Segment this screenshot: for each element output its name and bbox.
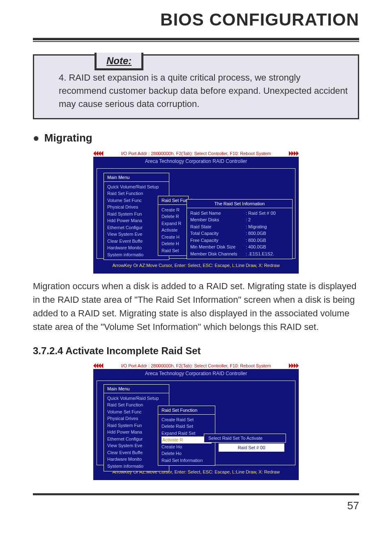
- bios-screenshot-2: I/O Port Addr : 28000000h, F2(Tab): Sele…: [93, 362, 299, 480]
- info-row: Raid State: Migrating: [190, 223, 289, 230]
- panel-header: Main Menu: [104, 385, 169, 393]
- note-box: 4. RAID set expansion is a quite critica…: [33, 54, 359, 119]
- svg-marker-3: [101, 151, 103, 156]
- section-heading-migrating: ● Migrating: [33, 132, 359, 144]
- svg-marker-9: [96, 363, 98, 368]
- panel-select-raid-set[interactable]: Select Raid Set To Activate: [204, 434, 286, 443]
- arrow-left-icon: [93, 362, 106, 369]
- svg-marker-15: [296, 363, 299, 368]
- arrow-left-icon: [93, 150, 106, 157]
- menu-item[interactable]: Physical Drives: [107, 204, 166, 211]
- menu-item[interactable]: Raid Set Function: [107, 402, 166, 408]
- section-heading-activate: 3.7.2.4 Activate Incomplete Raid Set: [33, 345, 359, 357]
- menu-item[interactable]: Delete Ho: [161, 450, 212, 457]
- svg-marker-5: [291, 151, 294, 156]
- panel-raid-set-info: The Raid Set Information Raid Set Name: …: [187, 199, 293, 260]
- page-number: 57: [0, 499, 359, 512]
- svg-marker-11: [101, 363, 103, 368]
- heading-activate: 3.7.2.4 Activate Incomplete Raid Set: [33, 345, 201, 357]
- panel-header: Raid Set Function: [158, 196, 188, 205]
- panel-label: Select Raid Set To Activate: [204, 434, 286, 442]
- menu-item[interactable]: Ethernet Configur: [107, 224, 166, 231]
- menu-item[interactable]: Activate: [161, 227, 185, 234]
- svg-marker-4: [289, 151, 291, 156]
- menu-item[interactable]: Create H: [161, 234, 185, 241]
- menu-item[interactable]: Delete Raid Set: [161, 423, 212, 430]
- menu-item[interactable]: Physical Drives: [107, 415, 166, 422]
- panel-raid-set-func[interactable]: Raid Set Function Create R Delete R Expa…: [158, 196, 189, 256]
- footer-rule: [33, 493, 359, 495]
- header-rule-thick: [33, 38, 359, 40]
- menu-item[interactable]: Raid Set: [161, 247, 185, 254]
- menu-item[interactable]: Clear Event Buffe: [107, 238, 166, 245]
- menu-item[interactable]: View System Eve: [107, 442, 166, 449]
- menu-item[interactable]: Hdd Power Mana: [107, 429, 166, 436]
- bios-screenshot-1: I/O Port Addr : 28000000h, F2(Tab): Sele…: [93, 150, 299, 274]
- note-label: Note:: [106, 55, 131, 66]
- svg-marker-12: [289, 363, 291, 368]
- svg-marker-10: [98, 363, 101, 368]
- menu-item[interactable]: Volume Set Func: [107, 197, 166, 204]
- menu-item[interactable]: Raid System Fun: [107, 211, 166, 218]
- menu-item[interactable]: Ethernet Configur: [107, 436, 166, 443]
- menu-item[interactable]: Delete H: [161, 240, 185, 247]
- menu-item[interactable]: Raid Set Information: [161, 457, 212, 464]
- arrow-right-icon: [286, 150, 299, 157]
- menu-item[interactable]: Hardware Monito: [107, 456, 166, 463]
- select-raid-item[interactable]: Raid Set # 00: [219, 443, 284, 452]
- select-raid-item-wrapper[interactable]: Raid Set # 00: [219, 443, 284, 452]
- bios-topbar: I/O Port Addr : 28000000h, F2(Tab): Sele…: [106, 362, 286, 369]
- svg-marker-13: [291, 363, 294, 368]
- svg-marker-8: [93, 363, 96, 368]
- menu-item[interactable]: Create R: [161, 207, 185, 214]
- svg-marker-14: [294, 363, 296, 368]
- heading-migrating: Migrating: [44, 132, 92, 144]
- menu-item[interactable]: Quick Volume/Raid Setup: [107, 183, 166, 190]
- menu-item[interactable]: Delete R: [161, 213, 185, 220]
- menu-item[interactable]: Raid System Fun: [107, 422, 166, 429]
- svg-marker-7: [296, 151, 299, 156]
- panel-header: Raid Set Function: [158, 406, 215, 415]
- bios-footer: ArrowKey Or AZ:Move Cursor, Enter: Selec…: [93, 259, 299, 270]
- menu-item[interactable]: Clear Event Buffe: [107, 449, 166, 456]
- bios-title: Areca Technology Corporation RAID Contro…: [93, 369, 299, 378]
- svg-marker-0: [93, 151, 96, 156]
- header-rule-thin: [33, 41, 359, 42]
- menu-item[interactable]: Volume Set Func: [107, 408, 166, 415]
- menu-item[interactable]: Raid Set Function: [107, 190, 166, 197]
- panel-header: Main Menu: [104, 173, 169, 182]
- menu-item[interactable]: Create Raid Set: [161, 416, 212, 423]
- info-row: Raid Set Name: Raid Set # 00: [190, 210, 289, 217]
- menu-item[interactable]: Quick Volume/Raid Setup: [107, 395, 166, 402]
- note-body: 4. RAID set expansion is a quite critica…: [59, 71, 350, 111]
- menu-item[interactable]: System informatio: [107, 463, 166, 470]
- note-tab: Note:: [95, 53, 143, 70]
- menu-item[interactable]: Create Ho: [161, 443, 212, 450]
- panel-header: The Raid Set Information: [187, 200, 292, 208]
- menu-item[interactable]: View System Eve: [107, 231, 166, 238]
- page-title: BIOS CONFIGURATION: [33, 10, 359, 30]
- svg-marker-1: [96, 151, 98, 156]
- menu-item[interactable]: Expand R: [161, 220, 185, 227]
- svg-marker-6: [294, 151, 296, 156]
- info-row: Member Disk Channels: .E1S1.E1S2.: [190, 251, 289, 258]
- info-row: Total Capacity: 800.0GB: [190, 230, 289, 237]
- arrow-right-icon: [286, 362, 299, 369]
- migrating-paragraph: Migration occurs when a disk is added to…: [33, 279, 359, 334]
- info-row: Member Disks: 2: [190, 216, 289, 223]
- menu-item[interactable]: System informatio: [107, 251, 166, 258]
- info-row: Min Member Disk Size: 400.0GB: [190, 244, 289, 251]
- bios-title: Areca Technology Corporation RAID Contro…: [93, 157, 299, 166]
- bios-topbar: I/O Port Addr : 28000000h, F2(Tab): Sele…: [106, 150, 286, 157]
- page-header: BIOS CONFIGURATION: [0, 0, 392, 35]
- info-row: Free Capacity: 800.0GB: [190, 237, 289, 244]
- bullet-icon: ●: [33, 132, 39, 144]
- menu-item[interactable]: Hdd Power Mana: [107, 217, 166, 224]
- svg-marker-2: [98, 151, 101, 156]
- menu-item[interactable]: Hardware Monito: [107, 244, 166, 251]
